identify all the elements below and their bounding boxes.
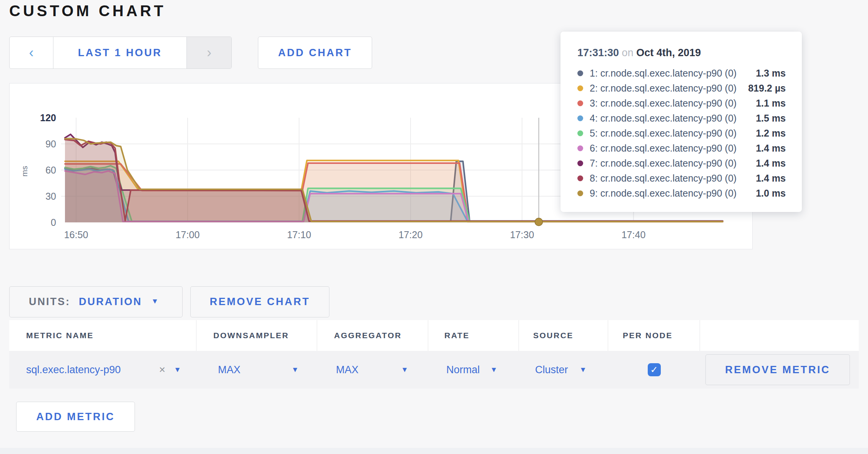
y-axis-tick-label: 60	[45, 165, 56, 175]
chevron-down-icon: ▼	[490, 366, 497, 374]
series-color-dot-icon	[577, 160, 583, 166]
time-range-label: LAST 1 HOUR	[78, 47, 162, 59]
series-label: 2: cr.node.sql.exec.latency-p90 (0)	[590, 83, 748, 94]
series-label: 1: cr.node.sql.exec.latency-p90 (0)	[590, 68, 756, 79]
y-axis-tick-label: 30	[45, 191, 56, 202]
series-value: 1.2 ms	[756, 128, 786, 139]
metric-name-link[interactable]: sql.exec.latency-p90	[26, 364, 121, 376]
metrics-table-header: METRIC NAME DOWNSAMPLER AGGREGATOR RATE …	[9, 320, 859, 351]
add-chart-label: ADD CHART	[278, 47, 352, 59]
rate-value: Normal	[446, 364, 480, 376]
series-label: 3: cr.node.sql.exec.latency-p90 (0)	[590, 98, 756, 109]
chevron-down-icon: ▼	[291, 366, 299, 374]
series-color-dot-icon	[577, 190, 583, 196]
units-label: UNITS:	[29, 296, 70, 308]
chevron-down-icon: ▼	[151, 297, 160, 305]
x-axis-tick-label: 17:20	[399, 229, 423, 240]
chevron-right-icon: ›	[207, 45, 211, 61]
downsampler-value: MAX	[218, 364, 241, 376]
y-axis-tick-label: 90	[45, 139, 56, 149]
y-axis-tick-label: 120	[40, 112, 56, 123]
x-axis-tick-label: 17:10	[287, 229, 311, 240]
aggregator-select[interactable]: MAX ▼	[317, 364, 428, 376]
downsampler-select[interactable]: MAX ▼	[196, 364, 317, 376]
series-label: 4: cr.node.sql.exec.latency-p90 (0)	[590, 113, 756, 124]
metrics-table: METRIC NAME DOWNSAMPLER AGGREGATOR RATE …	[9, 320, 859, 389]
tooltip-series-row: 1: cr.node.sql.exec.latency-p90 (0)1.3 m…	[577, 66, 786, 81]
tooltip-series-row: 5: cr.node.sql.exec.latency-p90 (0)1.2 m…	[577, 126, 786, 141]
x-axis-tick-label: 16:50	[64, 229, 88, 240]
header-actions	[700, 320, 859, 351]
units-dropdown[interactable]: UNITS: DURATION ▼	[9, 286, 183, 317]
series-label: 6: cr.node.sql.exec.latency-p90 (0)	[590, 143, 756, 154]
check-icon: ✓	[650, 364, 658, 375]
remove-metric-button[interactable]: REMOVE METRIC	[705, 354, 850, 385]
tooltip-series-row: 3: cr.node.sql.exec.latency-p90 (0)1.1 m…	[577, 96, 786, 111]
rate-select[interactable]: Normal ▼	[428, 364, 519, 376]
series-value: 1.0 ms	[756, 188, 786, 199]
series-color-dot-icon	[577, 115, 583, 121]
tooltip-header: 17:31:30 on Oct 4th, 2019	[577, 47, 786, 59]
series-value: 819.2 µs	[748, 83, 786, 94]
y-axis-unit-label: ms	[20, 166, 29, 177]
series-value: 1.5 ms	[756, 113, 786, 124]
series-value: 1.4 ms	[756, 158, 786, 169]
page-title: CUSTOM CHART	[9, 2, 166, 20]
units-value: DURATION	[79, 296, 142, 308]
remove-chart-button[interactable]: REMOVE CHART	[190, 286, 329, 317]
header-rate: RATE	[428, 320, 519, 351]
header-aggregator: AGGREGATOR	[317, 320, 428, 351]
header-source: SOURCE	[519, 320, 608, 351]
bottom-band	[0, 448, 868, 454]
chevron-left-icon: ‹	[29, 45, 34, 61]
y-axis-tick-label: 0	[51, 217, 56, 228]
metric-chevron-down-icon[interactable]: ▼	[174, 366, 181, 374]
series-color-dot-icon	[577, 130, 583, 136]
tooltip-series-row: 7: cr.node.sql.exec.latency-p90 (0)1.4 m…	[577, 156, 786, 171]
time-range-next-button[interactable]: ›	[186, 37, 231, 68]
series-color-dot-icon	[577, 175, 583, 181]
tooltip-time: 17:31:30	[577, 47, 619, 58]
series-label: 8: cr.node.sql.exec.latency-p90 (0)	[590, 173, 756, 184]
tooltip-series-row: 6: cr.node.sql.exec.latency-p90 (0)1.4 m…	[577, 141, 786, 156]
series-color-dot-icon	[577, 145, 583, 151]
series-label: 7: cr.node.sql.exec.latency-p90 (0)	[590, 158, 756, 169]
header-per-node: PER NODE	[608, 320, 700, 351]
tooltip-rows: 1: cr.node.sql.exec.latency-p90 (0)1.3 m…	[577, 66, 786, 201]
add-chart-button[interactable]: ADD CHART	[258, 37, 372, 69]
tooltip-series-row: 9: cr.node.sql.exec.latency-p90 (0)1.0 m…	[577, 186, 786, 201]
series-color-dot-icon	[577, 85, 583, 91]
time-range-dropdown[interactable]: LAST 1 HOUR	[53, 37, 186, 68]
header-downsampler: DOWNSAMPLER	[196, 320, 317, 351]
series-value: 1.4 ms	[756, 173, 786, 184]
chart-hover-tooltip: 17:31:30 on Oct 4th, 2019 1: cr.node.sql…	[560, 32, 802, 212]
remove-metric-label: REMOVE METRIC	[725, 364, 830, 376]
add-metric-button[interactable]: ADD METRIC	[16, 402, 135, 432]
metric-row: sql.exec.latency-p90 × ▼ MAX ▼ MAX ▼ Nor…	[9, 351, 859, 389]
series-color-dot-icon	[577, 70, 583, 76]
series-label: 9: cr.node.sql.exec.latency-p90 (0)	[590, 188, 756, 199]
tooltip-series-row: 4: cr.node.sql.exec.latency-p90 (0)1.5 m…	[577, 111, 786, 126]
source-select[interactable]: Cluster ▼	[519, 364, 608, 376]
chevron-down-icon: ▼	[579, 366, 587, 374]
per-node-checkbox[interactable]: ✓	[648, 363, 661, 376]
tooltip-series-row: 8: cr.node.sql.exec.latency-p90 (0)1.4 m…	[577, 171, 786, 186]
series-label: 5: cr.node.sql.exec.latency-p90 (0)	[590, 128, 756, 139]
header-metric-name: METRIC NAME	[9, 320, 196, 351]
series-color-dot-icon	[577, 100, 583, 106]
chevron-down-icon: ▼	[401, 366, 408, 374]
time-range-prev-button[interactable]: ‹	[10, 37, 53, 68]
clear-metric-icon[interactable]: ×	[159, 364, 165, 376]
series-value: 1.4 ms	[756, 143, 786, 154]
x-axis-tick-label: 17:30	[510, 229, 534, 240]
hover-dot-icon	[535, 218, 543, 226]
series-value: 1.3 ms	[756, 68, 786, 79]
source-value: Cluster	[535, 364, 568, 376]
time-range-selector: ‹ LAST 1 HOUR ›	[9, 37, 232, 69]
x-axis-tick-label: 17:40	[622, 229, 646, 240]
remove-chart-label: REMOVE CHART	[210, 296, 310, 308]
x-axis-tick-label: 17:00	[176, 229, 200, 240]
tooltip-series-row: 2: cr.node.sql.exec.latency-p90 (0)819.2…	[577, 81, 786, 96]
aggregator-value: MAX	[336, 364, 359, 376]
add-metric-label: ADD METRIC	[36, 411, 115, 423]
